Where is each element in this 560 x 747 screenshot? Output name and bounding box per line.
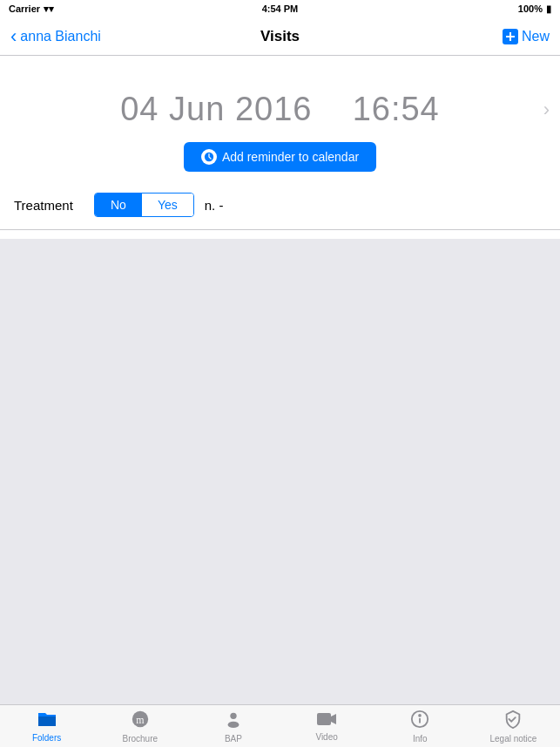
tab-info[interactable]: Info: [374, 705, 467, 747]
bap-icon: [224, 710, 243, 732]
tab-folders[interactable]: Folders: [0, 705, 93, 747]
brochure-tab-label: Brochure: [122, 734, 158, 744]
svg-point-11: [419, 714, 421, 716]
date-text: 04 Jun 2016: [120, 91, 312, 127]
legal-icon: [503, 710, 523, 732]
carrier-label: Carrier: [9, 3, 40, 14]
treatment-row: Treatment No Yes n. -: [0, 186, 560, 230]
treatment-toggle[interactable]: No Yes: [94, 193, 194, 217]
toggle-yes-button[interactable]: Yes: [142, 194, 193, 216]
info-icon: [410, 710, 429, 732]
tab-bap[interactable]: BAP: [186, 705, 280, 747]
legal-tab-label: Legal notice: [489, 734, 536, 744]
calendar-icon: [201, 149, 217, 165]
wifi-icon: ▾▾: [44, 3, 54, 15]
tab-legal[interactable]: Legal notice: [467, 705, 560, 747]
svg-point-5: [230, 712, 236, 718]
folders-tab-label: Folders: [32, 733, 61, 743]
calendar-btn-label: Add reminder to calendar: [222, 150, 359, 164]
status-bar: Carrier ▾▾ 4:54 PM 100% ▮: [0, 0, 560, 17]
add-reminder-button[interactable]: Add reminder to calendar: [184, 142, 376, 172]
svg-text:m: m: [136, 713, 145, 725]
time-text: 16:54: [353, 91, 440, 127]
status-left: Carrier ▾▾: [9, 3, 54, 15]
back-chevron-icon: ‹: [10, 27, 17, 46]
svg-point-6: [228, 721, 240, 727]
treatment-label: Treatment: [14, 198, 84, 213]
tab-video[interactable]: Video: [280, 705, 374, 747]
chevron-right-icon: ›: [543, 98, 550, 121]
bap-tab-label: BAP: [225, 734, 242, 744]
svg-rect-1: [506, 36, 515, 37]
svg-marker-8: [331, 714, 336, 724]
gray-content-area: [0, 239, 560, 730]
battery-label: 100%: [518, 3, 543, 14]
folders-icon: [37, 710, 57, 731]
toggle-no-button[interactable]: No: [95, 194, 142, 216]
back-label: anna Bianchi: [20, 29, 101, 44]
treatment-value: n. -: [205, 198, 224, 213]
main-content: 04 Jun 2016 16:54 › Add reminder to cale…: [0, 56, 560, 239]
svg-rect-7: [317, 713, 331, 725]
nav-bar: ‹ anna Bianchi Visits New: [0, 17, 560, 56]
video-icon: [316, 711, 337, 730]
date-time-display: 04 Jun 2016 16:54: [120, 91, 440, 128]
info-tab-label: Info: [413, 734, 428, 744]
date-time-row: 04 Jun 2016 16:54 ›: [0, 73, 560, 142]
back-button[interactable]: ‹ anna Bianchi: [10, 27, 101, 46]
status-time: 4:54 PM: [262, 3, 299, 14]
new-icon: [503, 29, 518, 44]
brochure-icon: m: [131, 710, 150, 732]
calendar-btn-row: Add reminder to calendar: [0, 142, 560, 172]
tab-bar: Folders m Brochure BAP Video: [0, 704, 560, 747]
new-button[interactable]: New: [503, 29, 550, 44]
new-label: New: [522, 29, 550, 44]
battery-icon: ▮: [546, 3, 551, 15]
nav-title: Visits: [260, 28, 300, 45]
video-tab-label: Video: [315, 732, 337, 742]
status-right: 100% ▮: [518, 3, 551, 15]
tab-brochure[interactable]: m Brochure: [93, 705, 186, 747]
